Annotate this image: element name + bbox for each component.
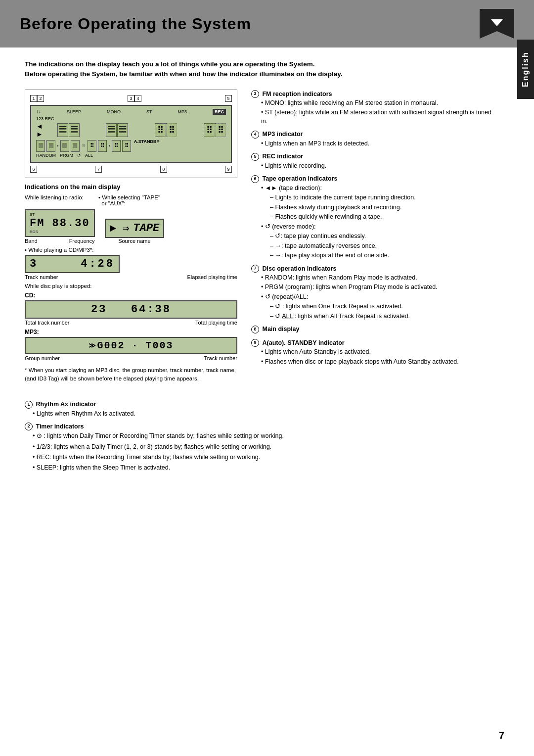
cd-stopped-labels: Total track number Total playing time bbox=[25, 320, 237, 326]
list-item: ⊙ : lights when Daily Timer or Recording… bbox=[33, 431, 509, 441]
circle-2b: 2 bbox=[25, 423, 33, 430]
callout-7: 7 bbox=[95, 166, 102, 173]
circle-7: 7 bbox=[251, 265, 259, 273]
bottom-item-2-title: Timer indicators bbox=[36, 423, 84, 430]
right-item-7-sublist: ↺ : lights when One Track Repeat is acti… bbox=[270, 302, 494, 321]
list-item: ↺ (reverse mode): bbox=[261, 223, 494, 232]
while-cd-section: • While playing a CD/MP3*: 3 4:28 Track … bbox=[25, 247, 237, 280]
track-num: 3 bbox=[30, 258, 38, 270]
fm-display-top: ST bbox=[30, 212, 90, 217]
right-item-5-title: REC indicator bbox=[262, 153, 303, 160]
right-item-4-list: Lights when an MP3 track is detected. bbox=[261, 140, 494, 148]
right-item-6-sublist: Lights to indicate the current tape runn… bbox=[270, 193, 494, 222]
left-arrow-indicators: ◄► bbox=[36, 122, 43, 138]
fm-display-bottom: RDS bbox=[30, 230, 90, 234]
page-title: Before Operating the System bbox=[20, 15, 251, 33]
cd-stopped-main: 23 64:38 bbox=[30, 303, 232, 316]
total-time-label: Total playing time bbox=[195, 320, 237, 326]
right-item-6-sublist2: ↺: tape play continues endlessly. →: tap… bbox=[270, 232, 494, 260]
total-track-label: Total track number bbox=[25, 320, 69, 326]
right-item-9: 9 A(auto). STANDBY indicator Lights when… bbox=[251, 338, 494, 366]
band-label: Band bbox=[25, 238, 38, 244]
tape-display-col: ► ⇒ TAPE Source name bbox=[105, 219, 164, 244]
list-item: Lights when Auto Standby is activated. bbox=[261, 348, 494, 357]
a-standby-text: A.STANDBY bbox=[134, 139, 160, 153]
while-cd-label: • While playing a CD/MP3*: bbox=[25, 247, 237, 253]
cd-bold-label: CD: bbox=[25, 292, 237, 299]
right-item-6-list: ◄► (tape direction): Lights to indicate … bbox=[261, 184, 494, 260]
rhythm-ax-icon: ↑↓ bbox=[36, 109, 41, 114]
circle-8: 8 bbox=[251, 326, 259, 333]
bottom-section: 1 Rhythm Ax indicator Lights when Rhythm… bbox=[0, 395, 534, 481]
fm-display-labels: Band Frequency bbox=[25, 238, 95, 244]
timer-123-rec: 123 REC bbox=[36, 116, 226, 121]
right-item-5: 5 REC indicator Lights while recording. bbox=[251, 152, 494, 170]
list-item: ↺ ALL : lights when All Track Repeat is … bbox=[270, 312, 494, 321]
lcd-bottom-indicators: 𝄚 𝄚 · 𝄚 𝄚 ⠿ ⠿ ⠿ · ⠿ ⠿ A.STANDBY bbox=[36, 139, 226, 153]
prgm-label: PRGM bbox=[60, 153, 73, 158]
cd-stopped-display-wrapper: 23 64:38 Total track number Total playin… bbox=[25, 300, 237, 326]
list-item: Lights while recording. bbox=[261, 162, 494, 171]
list-item: ◄► (tape direction): bbox=[261, 184, 494, 193]
intro-line2: Before operating the System, be familiar… bbox=[25, 69, 494, 79]
frequency-label: Frequency bbox=[69, 238, 95, 244]
mp3-track-number-label: Track number bbox=[204, 355, 237, 361]
while-stopped-label: While disc play is stopped: bbox=[25, 283, 237, 289]
cd-total-time: 64:38 bbox=[131, 303, 171, 316]
sleep-indicator: SLEEP bbox=[67, 109, 81, 114]
tape-display: ► ⇒ TAPE bbox=[105, 219, 164, 238]
page-number: 7 bbox=[499, 730, 504, 741]
list-item: Flashes slowly during playback and recor… bbox=[270, 203, 494, 212]
seg-row-2: 𝄚 𝄚 · 𝄚 𝄚 ⠿ ⠿ ⠿ · ⠿ ⠿ bbox=[36, 139, 131, 153]
mp3-track: T003 bbox=[146, 340, 174, 351]
tape-label-col: • While selecting "TAPE" or "AUX": bbox=[98, 194, 160, 206]
indications-title: Indications on the main display bbox=[25, 183, 237, 190]
footnote: * When you start playing an MP3 disc, th… bbox=[25, 366, 237, 383]
tape-text: TAPE bbox=[133, 222, 159, 235]
circle-1b: 1 bbox=[25, 401, 33, 409]
elapsed-time: 4:28 bbox=[81, 258, 115, 270]
main-diagram: 1 2 3 4 5 ↑↓ SLEEP MONO ST M bbox=[25, 90, 237, 178]
bottom-item-1-title: Rhythm Ax indicator bbox=[36, 401, 96, 408]
mp3-stopped-main: ≫G002 · T003 bbox=[30, 340, 232, 351]
callout-2: 2 bbox=[37, 95, 44, 102]
all-label: ALL bbox=[85, 153, 93, 158]
lcd-top-indicators: ↑↓ SLEEP MONO ST MP3 REC bbox=[36, 109, 226, 115]
bottom-item-1: 1 Rhythm Ax indicator Lights when Rhythm… bbox=[25, 400, 509, 419]
track-display: 3 4:28 bbox=[25, 255, 120, 273]
right-item-5-list: Lights while recording. bbox=[261, 162, 494, 171]
rds-label: RDS bbox=[30, 230, 38, 234]
seg-unit-4: ⠿ ⠿ bbox=[204, 123, 226, 137]
callout-row-top: 1 2 3 4 5 bbox=[30, 95, 232, 102]
mp3-indicator: MP3 bbox=[178, 109, 187, 114]
left-panel: 1 2 3 4 5 ↑↓ SLEEP MONO ST M bbox=[25, 90, 237, 383]
list-item: Flashes quickly while rewinding a tape. bbox=[270, 213, 494, 222]
mp3-track-sep: · bbox=[132, 340, 138, 351]
right-item-8: 8 Main display bbox=[251, 325, 494, 334]
right-item-7-title: Disc operation indicators bbox=[262, 265, 336, 272]
list-item: →: tape play stops at the end of one sid… bbox=[270, 251, 494, 260]
mp3-stopped-labels: Group number Track number bbox=[25, 355, 237, 361]
right-item-3-title: FM reception indicators bbox=[262, 91, 332, 97]
mp3-stopped-display: ≫G002 · T003 bbox=[25, 337, 237, 354]
while-tape-label: While selecting "TAPE" or "AUX": bbox=[98, 194, 160, 206]
intro-text: The indications on the display teach you… bbox=[25, 59, 494, 80]
cd-total-track: 23 bbox=[91, 303, 107, 316]
page-header: Before Operating the System bbox=[0, 0, 534, 47]
st-label: ST bbox=[30, 212, 35, 217]
mp3-group-num: ≫ bbox=[89, 342, 97, 350]
right-item-7: 7 Disc operation indicators RANDOM: ligh… bbox=[251, 264, 494, 321]
tape-arrow: ► ⇒ bbox=[110, 222, 130, 235]
random-label: RANDOM bbox=[36, 153, 56, 158]
st-indicator: ST bbox=[146, 109, 152, 114]
list-item: 1/2/3: lights when a Daily Timer (1, 2, … bbox=[33, 442, 509, 452]
tape-display-main: ► ⇒ TAPE bbox=[110, 222, 159, 235]
content-area: The indications on the display teach you… bbox=[0, 47, 534, 395]
intro-line1: The indications on the display teach you… bbox=[25, 59, 494, 69]
lcd-main-row: ◄► 𝄚 𝄚 𝄚 𝄚 ⠿ bbox=[36, 122, 226, 138]
header-arrow-icon bbox=[480, 9, 514, 39]
bottom-item-2-list: ⊙ : lights when Daily Timer or Recording… bbox=[33, 431, 509, 473]
right-item-4-title: MP3 indicator bbox=[262, 131, 303, 138]
fm-display-col: ST FM 88.30 RDS Band Frequency bbox=[25, 209, 95, 244]
fm-text: FM 88.30 bbox=[30, 217, 90, 230]
